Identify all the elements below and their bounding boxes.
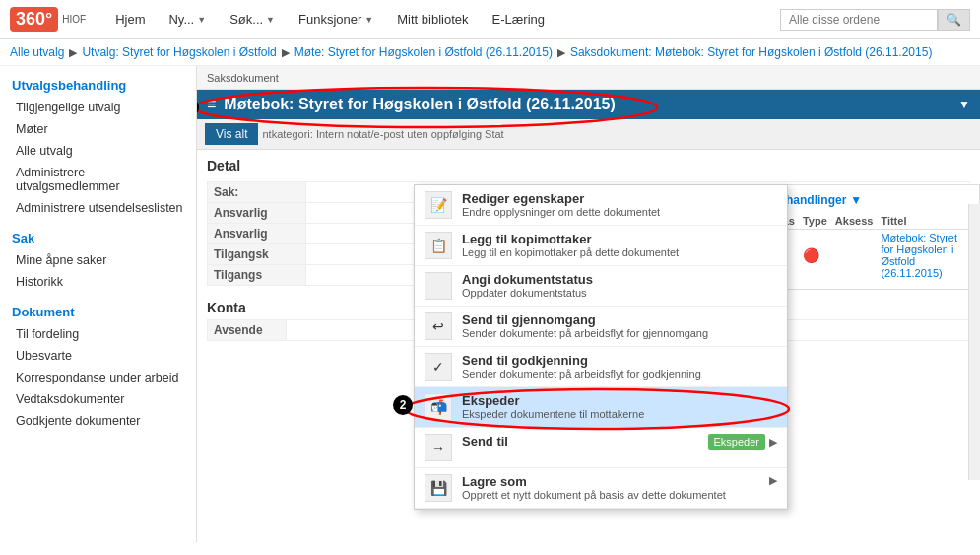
breadcrumb-utvalg[interactable]: Utvalg: Styret for Høgskolen i Østfold bbox=[82, 45, 276, 59]
nav-funksjoner-arrow: ▼ bbox=[364, 15, 373, 25]
menu-item-gjennomgang[interactable]: ↩ Send til gjennomgang Sender dokumentet… bbox=[415, 307, 787, 346]
toolbar-vis-alt-button[interactable]: Vis alt bbox=[205, 123, 258, 145]
nav-elaring[interactable]: E-Læring bbox=[483, 0, 555, 39]
sidebar-item-til-fordeling[interactable]: Til fordeling bbox=[0, 323, 196, 345]
lagre-som-icon: 💾 bbox=[425, 474, 452, 502]
file-link[interactable]: Møtebok: Styret for Høgskolen i Østfold … bbox=[881, 232, 957, 279]
sidebar-item-ubesvarte[interactable]: Ubesvarte bbox=[0, 345, 196, 367]
menu-group-status: Angi dokumentstatus Oppdater dokumentsta… bbox=[415, 266, 787, 307]
avsende-label: Avsende bbox=[208, 320, 287, 341]
search-button[interactable]: 🔍 bbox=[938, 9, 970, 31]
breadcrumb-alle-utvalg[interactable]: Alle utvalg bbox=[10, 45, 64, 59]
gjennomgang-text: Send til gjennomgang Sender dokumentet p… bbox=[462, 312, 708, 339]
breadcrumb: Alle utvalg ▶ Utvalg: Styret for Høgskol… bbox=[0, 39, 980, 66]
sidebar-section-sak: Sak Mine åpne saker Historikk bbox=[0, 227, 196, 293]
tilgangs-label: Tilgangs bbox=[208, 265, 306, 286]
menu-item-kopimottaker[interactable]: 📋 Legg til kopimottaker Legg til en kopi… bbox=[415, 226, 787, 265]
scrollbar[interactable] bbox=[968, 204, 980, 480]
dokumentstatus-text: Angi dokumentstatus Oppdater dokumentsta… bbox=[462, 272, 593, 299]
main-layout: Utvalgsbehandling Tilgjengelige utvalg M… bbox=[0, 66, 980, 542]
col-type: Type bbox=[799, 213, 831, 230]
search-input[interactable] bbox=[780, 9, 938, 31]
lagre-som-title: Lagre som bbox=[462, 474, 726, 489]
menu-item-send-til[interactable]: → Send til Ekspeder ▶ bbox=[415, 428, 787, 467]
col-tittel: Tittel bbox=[877, 213, 971, 230]
top-navigation: 360° HIOF Hjem Ny... ▼ Søk... ▼ Funksjon… bbox=[0, 0, 980, 39]
breadcrumb-sep-3: ▶ bbox=[557, 46, 565, 59]
dokumentstatus-title: Angi dokumentstatus bbox=[462, 272, 593, 287]
menu-group-kopimottaker: 📋 Legg til kopimottaker Legg til en kopi… bbox=[415, 226, 787, 266]
menu-item-lagre-som[interactable]: 💾 Lagre som Opprett et nytt dokument på … bbox=[415, 468, 787, 508]
file-aksess bbox=[831, 230, 878, 282]
dropdown-arrow-icon: ▼ bbox=[958, 98, 970, 111]
sidebar: Utvalgsbehandling Tilgjengelige utvalg M… bbox=[0, 66, 197, 542]
sidebar-item-moter[interactable]: Møter bbox=[0, 118, 196, 140]
sidebar-item-tilgjengelige[interactable]: Tilgjengelige utvalg bbox=[0, 97, 196, 118]
godkjenning-desc: Sender dokumentet på arbeidsflyt for god… bbox=[462, 368, 701, 380]
nav-mitt-bibliotek[interactable]: Mitt bibliotek bbox=[387, 0, 478, 39]
breadcrumb-saksdokument[interactable]: Saksdokument: Møtebok: Styret for Høgsko… bbox=[570, 45, 933, 59]
sidebar-item-mine-apne[interactable]: Mine åpne saker bbox=[0, 249, 196, 271]
menu-group-send-til: → Send til Ekspeder ▶ bbox=[415, 428, 787, 468]
doc-title-text: Møtebok: Styret for Høgskolen i Østfold … bbox=[224, 96, 958, 113]
nav-hjem[interactable]: Hjem bbox=[105, 0, 155, 39]
breadcrumb-sep-1: ▶ bbox=[69, 46, 77, 59]
lagre-som-text: Lagre som Opprett et nytt dokument på ba… bbox=[462, 474, 726, 501]
menu-item-ekspeder[interactable]: 📬 Ekspeder Ekspeder dokumentene til mott… bbox=[415, 387, 787, 427]
ansvarlig1-label: Ansvarlig bbox=[208, 203, 306, 224]
nav-sok[interactable]: Søk... ▼ bbox=[220, 0, 285, 39]
menu-item-rediger-egenskaper[interactable]: 📝 Rediger egenskaper Endre opplysninger … bbox=[415, 185, 787, 225]
breadcrumb-mote[interactable]: Møte: Styret for Høgskolen i Østfold (26… bbox=[294, 45, 553, 59]
sidebar-item-historikk[interactable]: Historikk bbox=[0, 271, 196, 293]
ekspeder-text: Ekspeder Ekspeder dokumentene til mottak… bbox=[462, 393, 644, 420]
lagre-som-right: ▶ bbox=[769, 474, 777, 487]
doc-header-label: Saksdokument bbox=[207, 72, 279, 84]
gjennomgang-icon: ↩ bbox=[425, 312, 452, 340]
rediger-title: Rediger egenskaper bbox=[462, 191, 660, 206]
logo-area: 360° HIOF bbox=[10, 7, 86, 32]
menu-group-godkjenning: ✓ Send til godkjenning Sender dokumentet… bbox=[415, 347, 787, 387]
rediger-icon: 📝 bbox=[425, 191, 452, 219]
rediger-text: Rediger egenskaper Endre opplysninger om… bbox=[462, 191, 660, 218]
menu-item-godkjenning[interactable]: ✓ Send til godkjenning Sender dokumentet… bbox=[415, 347, 787, 386]
sidebar-item-alle-utvalg[interactable]: Alle utvalg bbox=[0, 140, 196, 162]
sidebar-section-title-dokument: Dokument bbox=[0, 301, 196, 323]
doc-title-bar[interactable]: ≡ Møtebok: Styret for Høgskolen i Østfol… bbox=[197, 90, 980, 119]
godkjenning-text: Send til godkjenning Sender dokumentet p… bbox=[462, 353, 701, 380]
sidebar-item-godkjente[interactable]: Godkjente dokumenter bbox=[0, 410, 196, 432]
annotation-number-2: 2 bbox=[393, 395, 413, 415]
nav-sok-arrow: ▼ bbox=[266, 15, 275, 25]
search-area: 🔍 bbox=[780, 9, 970, 31]
ekspeder-icon: 📬 bbox=[425, 393, 452, 421]
sidebar-section-utvalgsbehandling: Utvalgsbehandling Tilgjengelige utvalg M… bbox=[0, 74, 196, 219]
logo-360: 360° bbox=[10, 7, 58, 32]
menu-item-dokumentstatus[interactable]: Angi dokumentstatus Oppdater dokumentsta… bbox=[415, 266, 787, 306]
sidebar-section-dokument: Dokument Til fordeling Ubesvarte Korresp… bbox=[0, 301, 196, 432]
sidebar-section-title-sak: Sak bbox=[0, 227, 196, 249]
nav-funksjoner[interactable]: Funksjoner ▼ bbox=[289, 0, 383, 39]
ekspeder-desc: Ekspeder dokumentene til mottakerne bbox=[462, 408, 644, 420]
breadcrumb-sep-2: ▶ bbox=[282, 46, 290, 59]
menu-group-rediger: 📝 Rediger egenskaper Endre opplysninger … bbox=[415, 185, 787, 226]
menu-group-gjennomgang: ↩ Send til gjennomgang Sender dokumentet… bbox=[415, 307, 787, 347]
file-type: 🔴 bbox=[799, 230, 831, 282]
godkjenning-icon: ✓ bbox=[425, 353, 452, 381]
files-dropdown-arrow-icon: ▼ bbox=[850, 193, 862, 207]
sak-label: Sak: bbox=[208, 182, 306, 203]
logo-hiof: HIOF bbox=[62, 14, 86, 25]
gjennomgang-title: Send til gjennomgang bbox=[462, 312, 708, 327]
nav-ny[interactable]: Ny... ▼ bbox=[159, 0, 216, 39]
sidebar-item-admin-utsendelse[interactable]: Administrere utsendelseslisten bbox=[0, 197, 196, 219]
gjennomgang-desc: Sender dokumentet på arbeidsflyt for gje… bbox=[462, 327, 708, 339]
sidebar-item-admin-utvalgsmedlemmer[interactable]: Administrere utvalgsmedlemmer bbox=[0, 162, 196, 197]
kopimottaker-icon: 📋 bbox=[425, 232, 452, 259]
godkjenning-title: Send til godkjenning bbox=[462, 353, 701, 368]
kopimottaker-desc: Legg til en kopimottaker på dette dokume… bbox=[462, 246, 679, 258]
ansvarlig2-label: Ansvarlig bbox=[208, 224, 306, 244]
tilgangsk-label: Tilgangsk bbox=[208, 244, 306, 265]
sidebar-item-vedtaksdokumenter[interactable]: Vedtaksdokumenter bbox=[0, 388, 196, 410]
meta-info-text: ntkategori: Intern notat/e-post uten opp… bbox=[262, 128, 503, 140]
files-table: Lås Type Aksess Tittel 🔴 Møtebok: Styret… bbox=[772, 213, 971, 281]
file-row: 🔴 Møtebok: Styret for Høgskolen i Østfol… bbox=[772, 230, 971, 282]
sidebar-item-korrespondanse[interactable]: Korrespondanse under arbeid bbox=[0, 367, 196, 388]
